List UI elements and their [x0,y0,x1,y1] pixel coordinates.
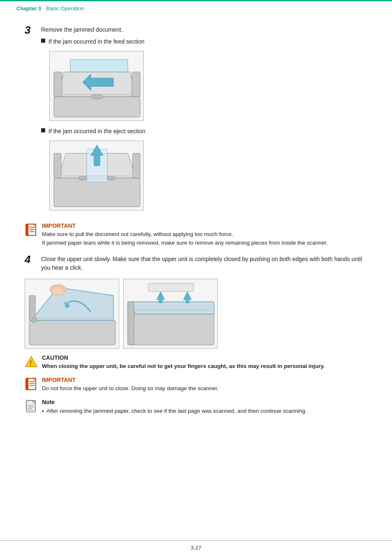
note-title: Note [42,399,307,405]
note-bullet-text: After removing the jammed paper, check t… [46,407,307,416]
bullet-square-icon [41,39,45,43]
step-4-number: 4 [25,254,41,265]
important-notice-2-body: IMPORTANT Do not force the upper unit to… [42,377,219,393]
caution-title: CAUTION [42,354,325,361]
important-title-2: IMPORTANT [42,377,219,383]
step-3-text: Remove the jammed document. [41,25,367,34]
important-text-2: Do not force the upper unit to close. Do… [42,384,219,393]
important-text-1b: If jammed paper tears while it is being … [42,239,328,247]
svg-text:!: ! [30,360,32,367]
note-bullet-dot: • [42,407,44,416]
important-text-1a: Make sure to pull the document out caref… [42,230,328,239]
bullet-eject: If the jam occurred in the eject section [41,127,367,136]
svg-rect-30 [52,287,64,295]
note-body: Note • After removing the jammed paper, … [42,399,307,416]
eject-section-image-container [49,141,367,212]
chapter-label: Chapter 3 [16,5,41,12]
svg-rect-40 [148,283,194,291]
svg-rect-36 [128,312,214,345]
svg-rect-58 [26,410,35,412]
svg-rect-27 [29,320,115,345]
svg-rect-8 [54,72,62,97]
step-3: 3 Remove the jammed document. If the jam… [25,25,367,217]
svg-point-34 [32,318,37,323]
page-number: 3-27 [191,545,201,551]
svg-rect-48 [26,378,28,390]
step-4-content: Close the upper unit slowly. Make sure t… [41,255,367,274]
svg-rect-19 [133,153,140,178]
svg-point-15 [78,176,87,180]
svg-rect-44 [128,302,134,345]
important-notice-1-body: IMPORTANT Make sure to pull the document… [42,222,328,247]
eject-section-image [49,141,144,210]
feed-section-image-container [49,51,367,122]
scanner-close-image-2 [123,279,218,349]
step-4-text: Close the upper unit slowly. Make sure t… [41,255,367,272]
step-4-images [25,279,367,349]
svg-point-16 [107,176,115,180]
main-content: 3 Remove the jammed document. If the jam… [0,14,392,436]
important-icon-2 [25,377,38,391]
note-notice: Note • After removing the jammed paper, … [25,399,367,416]
svg-point-5 [91,94,103,99]
caution-notice: ! CAUTION When closing the upper unit, b… [25,354,367,371]
bullet-feed: If the jam occurred in the feed section [41,37,367,46]
svg-rect-1 [54,97,140,117]
important-icon-1 [25,223,38,236]
scanner-close-image-1 [25,279,119,349]
bullet-feed-text: If the jam occurred in the feed section [48,37,144,46]
page-header: Chapter 3 Basic Operation [0,0,392,14]
caution-text: When closing the upper unit, be careful … [42,362,325,371]
step-3-number: 3 [25,25,41,35]
bullet-eject-text: If the jam occurred in the eject section [48,127,145,136]
step-3-content: Remove the jammed document. If the jam o… [41,25,367,217]
caution-icon: ! [25,355,38,368]
note-bullet-item: • After removing the jammed paper, check… [42,407,307,416]
step-4: 4 Close the upper unit slowly. Make sure… [25,255,367,274]
header-title: Basic Operation [46,5,84,12]
important-notice-1: IMPORTANT Make sure to pull the document… [25,222,367,247]
bullet-square-icon-2 [41,128,45,132]
feed-section-image [49,51,144,121]
page-footer: 3-27 [0,540,392,555]
important-title-1: IMPORTANT [42,222,328,229]
caution-body: CAUTION When closing the upper unit, be … [42,354,325,371]
svg-rect-18 [54,153,61,178]
svg-rect-33 [29,296,35,320]
important-notice-2: IMPORTANT Do not force the upper unit to… [25,377,367,393]
note-icon [25,400,38,413]
svg-rect-37 [128,302,214,314]
svg-rect-3 [70,60,128,72]
svg-rect-21 [26,224,28,236]
svg-rect-9 [132,72,140,97]
